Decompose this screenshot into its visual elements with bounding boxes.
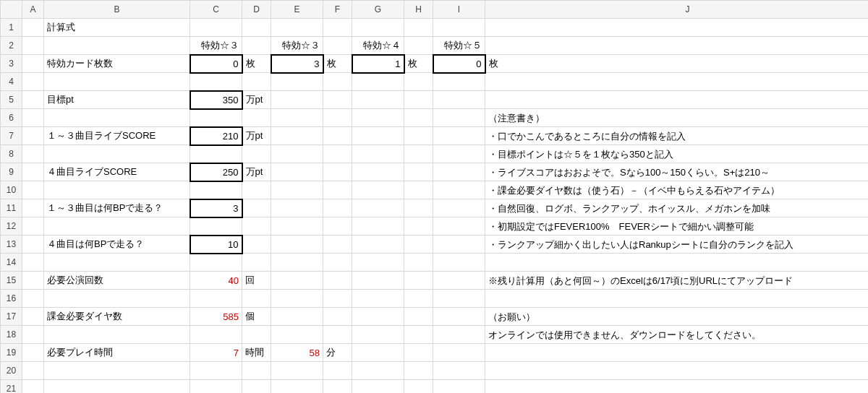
cell-unit[interactable]: 枚 [485,55,869,73]
cell-input[interactable]: 3 [190,199,242,217]
cell[interactable] [352,254,404,272]
cell[interactable] [433,290,485,308]
cell[interactable] [271,109,323,127]
cell[interactable] [352,145,404,163]
cell-input[interactable]: 10 [190,236,242,254]
row-header[interactable]: 1 [1,19,22,37]
cell[interactable] [352,272,404,290]
cell-label[interactable]: 必要公演回数 [44,272,190,290]
cell[interactable] [433,145,485,163]
cell[interactable] [271,380,323,394]
cell[interactable] [352,19,404,37]
cell[interactable] [323,217,352,236]
cell-input[interactable]: 0 [190,55,242,73]
cell-input[interactable]: 0 [433,55,485,73]
cell[interactable] [22,236,44,254]
col-header[interactable]: I [433,1,485,19]
cell[interactable] [352,181,404,199]
col-header[interactable]: F [323,1,352,19]
cell[interactable] [323,181,352,199]
cell[interactable] [404,344,433,362]
cell[interactable] [22,199,44,217]
cell[interactable] [271,362,323,380]
cell-label[interactable]: 目標pt [44,91,190,109]
cell[interactable] [190,380,242,394]
cell-title[interactable]: 計算式 [44,19,190,37]
select-all-corner[interactable] [1,1,22,19]
cell[interactable] [323,19,352,37]
cell[interactable] [22,254,44,272]
cell[interactable] [404,181,433,199]
cell[interactable] [404,290,433,308]
row-header[interactable]: 11 [1,199,22,217]
cell-note[interactable]: オンラインでは使用できません、ダウンロードをしてください。 [485,326,869,344]
cell[interactable] [242,145,271,163]
cell[interactable] [352,217,404,236]
cell[interactable] [190,109,242,127]
col-header[interactable]: D [242,1,271,19]
row-header[interactable]: 9 [1,163,22,181]
cell[interactable] [433,308,485,326]
cell[interactable] [352,344,404,362]
row-header[interactable]: 3 [1,55,22,73]
cell[interactable] [404,362,433,380]
cell[interactable] [323,362,352,380]
cell-input[interactable]: 210 [190,127,242,145]
cell[interactable] [404,380,433,394]
cell-output[interactable]: 58 [271,344,323,362]
cell[interactable] [190,290,242,308]
cell-note[interactable]: （お願い） [485,308,869,326]
row-header[interactable]: 14 [1,254,22,272]
cell[interactable] [433,236,485,254]
cell[interactable] [352,326,404,344]
cell[interactable] [22,37,44,55]
cell-note[interactable]: ・ランクアップ細かく出したい人はRankupシートに自分のランクを記入 [485,236,869,254]
cell[interactable] [323,254,352,272]
spreadsheet[interactable]: A B C D E F G H I J 1 計算式 2 特効☆３ [0,0,868,393]
cell[interactable] [190,19,242,37]
cell[interactable] [190,362,242,380]
cell-label[interactable]: ４曲目は何BPで走る？ [44,236,190,254]
cell[interactable] [404,163,433,181]
cell[interactable] [44,362,190,380]
cell[interactable] [44,181,190,199]
cell-unit[interactable]: 万pt [242,127,271,145]
cell[interactable] [242,290,271,308]
cell[interactable] [404,326,433,344]
cell[interactable] [22,217,44,236]
cell[interactable] [323,37,352,55]
cell-unit[interactable]: 万pt [242,91,271,109]
row-header[interactable]: 2 [1,37,22,55]
cell[interactable] [22,308,44,326]
cell[interactable] [242,37,271,55]
cell[interactable] [44,73,190,91]
cell[interactable] [352,380,404,394]
cell[interactable] [190,254,242,272]
cell[interactable] [242,199,271,217]
cell[interactable] [44,290,190,308]
row-header[interactable]: 7 [1,127,22,145]
cell[interactable] [404,308,433,326]
cell-label[interactable]: 特効☆４ [352,37,404,55]
cell-input[interactable]: 3 [271,55,323,73]
cell[interactable] [242,380,271,394]
cell[interactable] [352,163,404,181]
cell-input[interactable]: 250 [190,163,242,181]
cell[interactable] [485,380,869,394]
cell[interactable] [44,145,190,163]
row-header[interactable]: 6 [1,109,22,127]
cell-label[interactable]: １～３曲目は何BPで走る？ [44,199,190,217]
cell[interactable] [433,344,485,362]
row-header[interactable]: 8 [1,145,22,163]
cell[interactable] [242,19,271,37]
cell[interactable] [433,272,485,290]
cell[interactable] [485,37,869,55]
cell-note[interactable]: （注意書き） [485,109,869,127]
cell-unit[interactable]: 万pt [242,163,271,181]
cell[interactable] [433,163,485,181]
cell[interactable] [433,91,485,109]
cell-label[interactable]: １～３曲目ライブSCORE [44,127,190,145]
cell[interactable] [22,145,44,163]
cell[interactable] [44,37,190,55]
cell[interactable] [485,344,869,362]
